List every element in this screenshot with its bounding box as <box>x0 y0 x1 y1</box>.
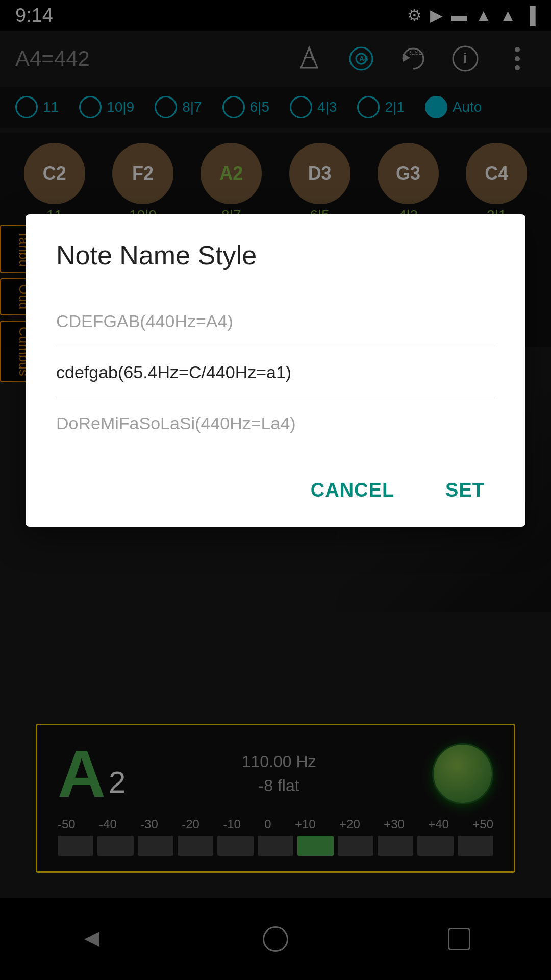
dialog-option-doremifa[interactable]: DoReMiFaSoLaSi(440Hz=La4) <box>56 398 495 449</box>
note-name-style-dialog: Note Name Style CDEFGAB(440Hz=A4) cdefga… <box>26 214 525 527</box>
dialog-option-cdefgab-lower[interactable]: cdefgab(65.4Hz=C/440Hz=a1) <box>56 347 495 398</box>
dialog-option-cdefgab-upper[interactable]: CDEFGAB(440Hz=A4) <box>56 296 495 347</box>
set-button[interactable]: SET <box>435 474 495 506</box>
dialog-title: Note Name Style <box>56 240 495 271</box>
cancel-button[interactable]: CANCEL <box>300 474 405 506</box>
dialog-actions: CANCEL SET <box>56 474 495 506</box>
